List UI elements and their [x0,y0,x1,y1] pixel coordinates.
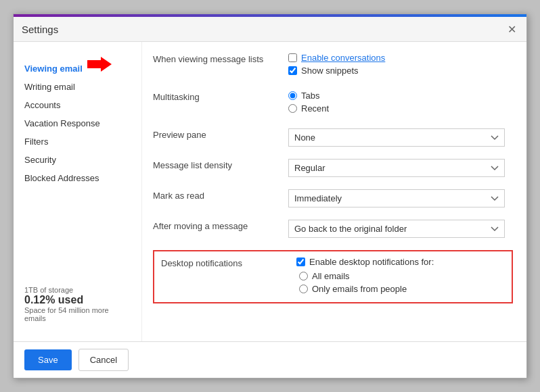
storage-used: 0.12% used [24,294,131,306]
message-density-row: Message list density Regular Comfortable… [153,159,513,177]
storage-label: 1TB of storage [24,286,131,294]
tabs-label[interactable]: Tabs [301,91,319,101]
preview-pane-row: Preview pane None Right of inbox Below i… [153,128,513,147]
sidebar-item-label: Vacation Response [24,118,100,128]
recent-radio[interactable] [288,104,297,113]
message-lists-row: When viewing message lists Enable conver… [153,53,513,78]
sidebar-item-label: Accounts [24,100,60,110]
enable-conversations-row: Enable conversations [288,53,513,63]
show-snippets-checkbox[interactable] [288,66,297,75]
show-snippets-row: Show snippets [288,66,513,76]
sidebar-item-vacation-response[interactable]: Vacation Response [14,114,141,132]
all-emails-row: All emails [299,271,505,281]
sidebar-item-viewing-email[interactable]: Viewing email [14,53,141,78]
storage-info: 1TB of storage 0.12% used Space for 54 m… [14,278,141,330]
enable-conversations-checkbox[interactable] [288,53,297,62]
after-moving-row: After moving a message Go back to the or… [153,220,513,238]
mark-as-read-select[interactable]: Immediately After 5 seconds Never automa… [288,189,505,207]
only-people-radio[interactable] [299,285,308,293]
dialog-body: Viewing email Writing email Accounts Vac… [14,42,526,341]
sidebar-item-blocked-addresses[interactable]: Blocked Addresses [14,169,141,187]
all-emails-label[interactable]: All emails [312,271,350,281]
message-density-select[interactable]: Regular Comfortable Compact [288,159,505,177]
after-moving-label: After moving a message [153,220,288,231]
preview-pane-control: None Right of inbox Below inbox [288,128,513,147]
sidebar-item-accounts[interactable]: Accounts [14,96,141,114]
sidebar-item-label: Filters [24,137,48,147]
multitasking-control: Tabs Recent [288,91,513,116]
all-emails-radio[interactable] [299,272,308,280]
desktop-notifications-label: Desktop notifications [161,257,296,268]
storage-sub: Space for 54 million more emails [24,306,131,322]
desktop-notifications-row: Desktop notifications Enable desktop not… [153,250,513,303]
dialog-footer: Save Cancel [14,341,526,378]
save-button[interactable]: Save [24,349,72,370]
message-lists-control: Enable conversations Show snippets [288,53,513,78]
sidebar-item-security[interactable]: Security [14,151,141,169]
enable-conversations-label[interactable]: Enable conversations [301,53,385,63]
preview-pane-label: Preview pane [153,128,288,140]
message-lists-label: When viewing message lists [153,53,288,64]
recent-label[interactable]: Recent [301,103,329,114]
multitasking-row: Multitasking Tabs Recent [153,91,513,116]
svg-marker-0 [87,57,112,72]
content-scroll[interactable]: When viewing message lists Enable conver… [142,42,526,341]
content-area: When viewing message lists Enable conver… [142,42,526,341]
sidebar-item-label: Security [24,155,56,165]
message-density-label: Message list density [153,159,288,170]
only-people-label[interactable]: Only emails from people [312,284,407,294]
cancel-button[interactable]: Cancel [78,349,129,371]
close-button[interactable]: ✕ [505,22,518,36]
only-people-row: Only emails from people [299,284,505,294]
sidebar-item-writing-email[interactable]: Writing email [14,78,141,96]
message-density-control: Regular Comfortable Compact [288,159,513,177]
sidebar: Viewing email Writing email Accounts Vac… [14,42,142,341]
mark-as-read-control: Immediately After 5 seconds Never automa… [288,189,513,207]
after-moving-select[interactable]: Go back to the original folder Go to the… [288,220,505,238]
sidebar-item-filters[interactable]: Filters [14,132,141,151]
sidebar-item-label: Viewing email [24,64,83,74]
arrow-icon [87,57,112,72]
enable-desktop-checkbox[interactable] [296,258,305,266]
enable-desktop-row: Enable desktop notifications for: [296,257,505,267]
after-moving-control: Go back to the original folder Go to the… [288,220,513,238]
sidebar-item-label: Blocked Addresses [24,173,99,183]
dialog-title: Settings [22,24,58,35]
recent-radio-row: Recent [288,103,513,114]
settings-dialog: Settings ✕ Viewing email Writing email A… [13,14,527,378]
preview-pane-select[interactable]: None Right of inbox Below inbox [288,128,505,147]
tabs-radio[interactable] [288,91,297,100]
show-snippets-label[interactable]: Show snippets [301,66,359,76]
tabs-radio-row: Tabs [288,91,513,101]
enable-desktop-label[interactable]: Enable desktop notifications for: [309,257,434,267]
sidebar-item-label: Writing email [24,82,75,92]
multitasking-label: Multitasking [153,91,288,102]
mark-as-read-row: Mark as read Immediately After 5 seconds… [153,189,513,207]
desktop-notifications-control: Enable desktop notifications for: All em… [296,257,505,297]
mark-as-read-label: Mark as read [153,189,288,201]
title-bar: Settings ✕ [14,17,526,42]
